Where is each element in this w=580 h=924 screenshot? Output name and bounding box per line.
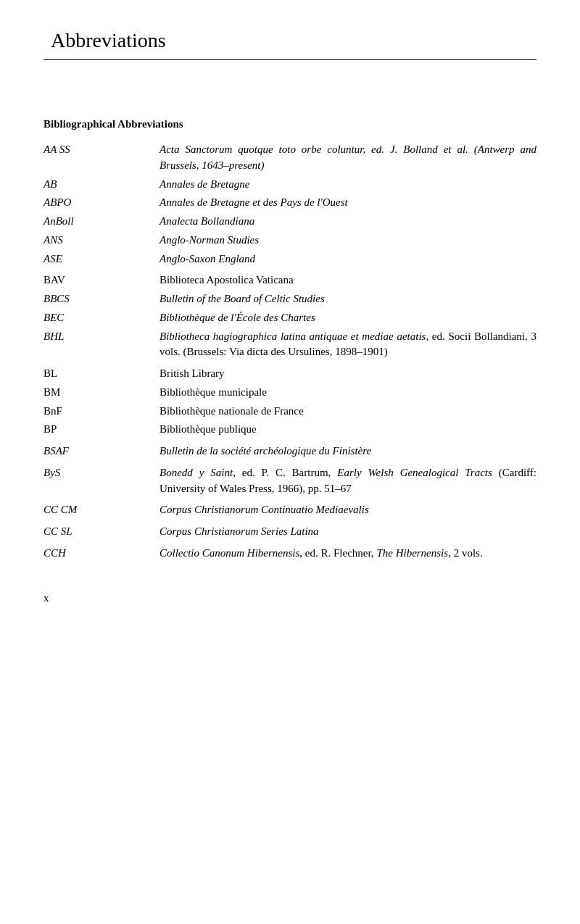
table-row: BHLBibliotheca hagiographica latina anti… bbox=[44, 328, 536, 362]
abbr-cell: CC CM bbox=[44, 501, 160, 520]
definition-cell: British Library bbox=[160, 365, 536, 383]
abbr-cell: AB bbox=[44, 175, 160, 194]
table-row: BAVBiblioteca Apostolica Vaticana bbox=[44, 271, 536, 290]
definition-cell: Anglo-Saxon England bbox=[160, 250, 536, 269]
page-number: x bbox=[44, 592, 536, 604]
definition-cell: Bibliothèque municipale bbox=[160, 383, 536, 402]
abbr-cell: BBCS bbox=[44, 290, 160, 309]
table-row: BSAFBulletin de la société archéologique… bbox=[44, 442, 536, 461]
table-row: AnBollAnalecta Bollandiana bbox=[44, 212, 536, 231]
abbr-cell: AnBoll bbox=[44, 212, 160, 231]
abbr-cell: AA SS bbox=[44, 141, 160, 175]
table-row: BPBibliothèque publique bbox=[44, 420, 536, 439]
definition-cell: Biblioteca Apostolica Vaticana bbox=[160, 271, 536, 290]
abbr-cell: BL bbox=[44, 365, 160, 383]
abbr-cell: BP bbox=[44, 420, 160, 439]
definition-cell: Bibliothèque de l'École des Chartes bbox=[160, 309, 536, 328]
definition-cell: Annales de Bretagne et des Pays de l'Oue… bbox=[160, 193, 536, 212]
definition-cell: Bibliotheca hagiographica latina antiqua… bbox=[160, 328, 536, 362]
definition-cell: Bulletin de la société archéologique du … bbox=[160, 442, 536, 461]
abbr-cell: ASE bbox=[44, 250, 160, 269]
definition-cell: Corpus Christianorum Continuatio Mediaev… bbox=[160, 501, 536, 520]
table-row: CC SLCorpus Christianorum Series Latina bbox=[44, 523, 536, 541]
page-title: Abbreviations bbox=[44, 29, 536, 52]
title-divider bbox=[44, 59, 536, 60]
definition-cell: Collectio Canonum Hibernensis, ed. R. Fl… bbox=[160, 544, 536, 563]
definition-cell: Annales de Bretagne bbox=[160, 175, 536, 194]
abbr-cell: ANS bbox=[44, 231, 160, 250]
abbr-cell: BAV bbox=[44, 271, 160, 290]
definition-cell: Acta Sanctorum quotque toto orbe coluntu… bbox=[160, 141, 536, 175]
definition-cell: Analecta Bollandiana bbox=[160, 212, 536, 231]
table-row: BECBibliothèque de l'École des Chartes bbox=[44, 309, 536, 328]
definition-cell: Bulletin of the Board of Celtic Studies bbox=[160, 290, 536, 309]
table-row: ASEAnglo-Saxon England bbox=[44, 250, 536, 269]
table-row: ABPOAnnales de Bretagne et des Pays de l… bbox=[44, 193, 536, 212]
table-row: BBCSBulletin of the Board of Celtic Stud… bbox=[44, 290, 536, 309]
definition-cell: Anglo-Norman Studies bbox=[160, 231, 536, 250]
abbr-cell: BSAF bbox=[44, 442, 160, 461]
definition-cell: Bonedd y Saint, ed. P. C. Bartrum, Early… bbox=[160, 464, 536, 499]
abbr-cell: ABPO bbox=[44, 193, 160, 212]
table-row: BnFBibliothèque nationale de France bbox=[44, 402, 536, 421]
abbr-cell: ByS bbox=[44, 464, 160, 499]
abbreviations-table: AA SSActa Sanctorum quotque toto orbe co… bbox=[44, 141, 536, 563]
abbr-cell: BnF bbox=[44, 402, 160, 421]
definition-cell: Bibliothèque publique bbox=[160, 420, 536, 439]
abbr-cell: CC SL bbox=[44, 523, 160, 541]
table-row: CCHCollectio Canonum Hibernensis, ed. R.… bbox=[44, 544, 536, 563]
table-row: BySBonedd y Saint, ed. P. C. Bartrum, Ea… bbox=[44, 464, 536, 499]
table-row: BMBibliothèque municipale bbox=[44, 383, 536, 402]
definition-cell: Bibliothèque nationale de France bbox=[160, 402, 536, 421]
table-row: BLBritish Library bbox=[44, 365, 536, 383]
abbr-cell: BEC bbox=[44, 309, 160, 328]
abbr-cell: BHL bbox=[44, 328, 160, 362]
abbr-cell: BM bbox=[44, 383, 160, 402]
table-row: ANSAnglo-Norman Studies bbox=[44, 231, 536, 250]
abbr-cell: CCH bbox=[44, 544, 160, 563]
table-row: AA SSActa Sanctorum quotque toto orbe co… bbox=[44, 141, 536, 175]
table-row: ABAnnales de Bretagne bbox=[44, 175, 536, 194]
definition-cell: Corpus Christianorum Series Latina bbox=[160, 523, 536, 541]
table-row: CC CMCorpus Christianorum Continuatio Me… bbox=[44, 501, 536, 520]
section-heading: Bibliographical Abbreviations bbox=[44, 118, 536, 130]
